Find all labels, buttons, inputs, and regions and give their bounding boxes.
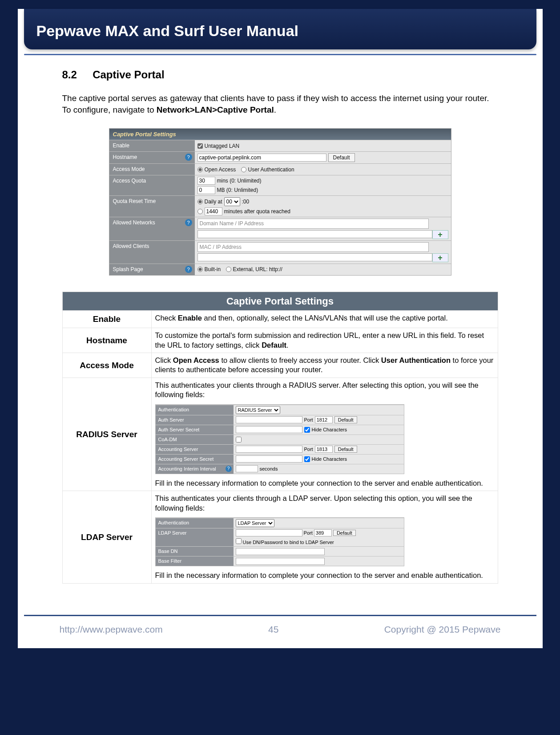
label-allowed-networks-text: Allowed Networks <box>113 219 155 226</box>
allowed-networks-input[interactable] <box>197 230 432 238</box>
colon-label: :00 <box>242 198 250 205</box>
enable-checkbox[interactable] <box>197 143 203 149</box>
def-key-hostname: Hostname <box>62 328 151 353</box>
r-hide1-label: Hide Characters <box>312 426 347 433</box>
row-access-quota: Access Quota mins (0: Unlimited) MB (0: … <box>109 175 451 195</box>
help-icon[interactable]: ? <box>185 219 192 226</box>
section-heading: 8.2 Captive Portal <box>62 68 498 82</box>
radius-screenshot: Authentication RADIUS Server Auth Server… <box>155 404 404 474</box>
captive-portal-definitions-table: Captive Portal Settings Enable Check Ena… <box>62 292 498 584</box>
l-auth-select[interactable]: LDAP Server <box>236 519 274 527</box>
add-network-button[interactable]: + <box>432 230 448 239</box>
open-access-radio[interactable] <box>197 167 203 172</box>
r-lab-interval: Accounting Interim Interval ? <box>156 464 234 474</box>
radius-post-text: Fill in the necessary information to com… <box>155 479 494 488</box>
r-auth-select[interactable]: RADIUS Server <box>236 406 280 414</box>
allowed-clients-placeholder[interactable]: MAC / IP Address <box>197 242 429 252</box>
after-quota-label: minutes after quota reached <box>224 208 290 215</box>
help-icon[interactable]: ? <box>226 466 232 472</box>
hour-select[interactable]: 00 <box>224 197 240 206</box>
r-acctserver-input[interactable] <box>236 446 302 453</box>
r-interval-input[interactable] <box>236 465 258 472</box>
label-hostname: Hostname ? <box>109 152 195 163</box>
def-row-radius: RADIUS Server This authenticates your cl… <box>62 378 498 491</box>
quota-mb-label: MB (0: Unlimited) <box>217 187 258 194</box>
l-server-input[interactable] <box>236 529 302 536</box>
row-splash-page: Splash Page ? Built-in External, URL: ht… <box>109 264 451 275</box>
settings-title: Captive Portal Settings <box>109 129 451 140</box>
def-val-radius: This authenticates your clients through … <box>151 378 498 491</box>
def-val-access-mode: Click Open Access to allow clients to fr… <box>151 353 498 378</box>
r-authsecret-input[interactable] <box>236 426 302 433</box>
default-button[interactable]: Default <box>328 153 355 162</box>
r-port-label2: Port <box>304 446 313 452</box>
enable-option: Untagged LAN <box>205 142 240 150</box>
l-default-btn[interactable]: Default <box>333 530 356 536</box>
val-enable: Untagged LAN <box>195 140 451 151</box>
label-splash-page: Splash Page ? <box>109 264 195 275</box>
label-allowed-networks: Allowed Networks ? <box>109 217 195 240</box>
r-acctsecret-input[interactable] <box>236 455 302 463</box>
after-quota-input[interactable] <box>205 207 222 215</box>
r-lab-authsecret: Auth Server Secret <box>156 425 234 435</box>
l-basedn-input[interactable] <box>236 548 325 555</box>
r-hide2-chk[interactable] <box>304 456 310 462</box>
r-default-btn2[interactable]: Default <box>334 446 357 453</box>
l-lab-basefilter: Base Filter <box>156 556 234 566</box>
r-lab-auth: Authentication <box>156 405 234 415</box>
after-quota-radio[interactable] <box>197 209 203 214</box>
external-label: External, URL: http:// <box>233 266 282 273</box>
radius-pre-text: This authenticates your clients through … <box>155 381 494 400</box>
def-val-hostname: To customize the portal's form submissio… <box>151 328 498 353</box>
row-quota-reset: Quota Reset Time Daily at 00 :00 minutes <box>109 195 451 217</box>
label-hostname-text: Hostname <box>113 154 137 160</box>
r-default-btn[interactable]: Default <box>334 416 357 423</box>
footer-page: 45 <box>268 624 278 635</box>
quota-mins-input[interactable] <box>197 177 215 185</box>
daily-at-label: Daily at <box>205 198 222 205</box>
def-val-enable: Check Enable and then, optionally, selec… <box>151 311 498 328</box>
hostname-input[interactable] <box>197 154 326 162</box>
add-client-button[interactable]: + <box>432 253 448 262</box>
help-icon[interactable]: ? <box>185 266 192 273</box>
def-key-access-mode: Access Mode <box>62 353 151 378</box>
allowed-networks-placeholder[interactable]: Domain Name / IP Address <box>197 219 429 228</box>
help-icon[interactable]: ? <box>185 154 192 161</box>
ldap-pre-text: This authenticates your clients through … <box>155 494 494 513</box>
row-allowed-networks: Allowed Networks ? Domain Name / IP Addr… <box>109 217 451 240</box>
r-port-auth-input[interactable] <box>315 416 333 423</box>
r-port-acct-input[interactable] <box>315 446 333 453</box>
user-auth-label: User Authentication <box>248 166 294 173</box>
l-usedn-chk[interactable] <box>236 538 242 544</box>
r-lab-coa: CoA-DM <box>156 435 234 444</box>
r-authserver-input[interactable] <box>236 416 302 423</box>
r-coa-chk[interactable] <box>236 437 242 443</box>
r-seconds-label: seconds <box>260 466 278 472</box>
label-access-quota: Access Quota <box>109 175 195 195</box>
ldap-screenshot: Authentication LDAP Server LDAP Server P… <box>155 517 404 566</box>
l-basefilter-input[interactable] <box>236 558 325 565</box>
builtin-radio[interactable] <box>197 267 203 272</box>
def-header: Captive Portal Settings <box>62 292 498 311</box>
intro-text-c: . <box>274 105 276 114</box>
val-allowed-networks: Domain Name / IP Address + <box>195 217 451 240</box>
val-allowed-clients: MAC / IP Address + <box>195 241 451 264</box>
quota-mb-input[interactable] <box>197 186 215 194</box>
daily-radio[interactable] <box>197 199 203 204</box>
content: 8.2 Captive Portal The captive portal se… <box>18 68 543 588</box>
open-access-label: Open Access <box>205 166 236 173</box>
row-allowed-clients: Allowed Clients MAC / IP Address + <box>109 240 451 264</box>
allowed-clients-input[interactable] <box>197 253 432 261</box>
def-key-enable: Enable <box>62 311 151 328</box>
l-lab-server: LDAP Server <box>156 528 234 546</box>
user-auth-radio[interactable] <box>241 167 246 172</box>
r-hide1-chk[interactable] <box>304 427 310 433</box>
def-row-access-mode: Access Mode Click Open Access to allow c… <box>62 353 498 378</box>
row-hostname: Hostname ? Default <box>109 151 451 163</box>
external-radio[interactable] <box>226 267 231 272</box>
def-row-ldap: LDAP Server This authenticates your clie… <box>62 491 498 584</box>
builtin-label: Built-in <box>205 266 221 273</box>
l-port-input[interactable] <box>314 529 332 536</box>
label-enable: Enable <box>109 140 195 151</box>
def-key-radius: RADIUS Server <box>62 378 151 491</box>
